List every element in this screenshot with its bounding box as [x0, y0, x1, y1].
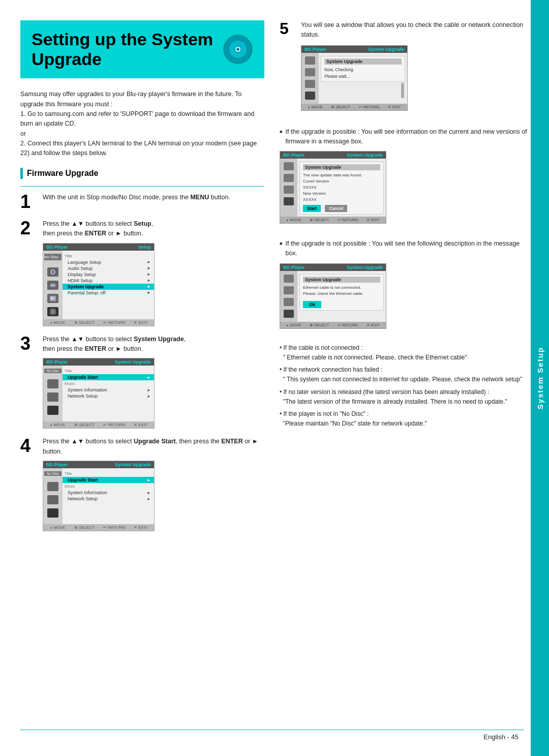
step-4-number: 4	[20, 437, 37, 531]
section-bar	[20, 168, 23, 179]
step-2-number: 2	[20, 219, 37, 326]
su-header-checking: BD Player System Upgrade	[301, 46, 407, 53]
su-inner-title-np: System Upgrade	[303, 277, 380, 283]
su-icon-4	[305, 92, 315, 100]
step-2-text: Press the ▲▼ buttons to select Setup,the…	[43, 219, 264, 239]
menu-upgrade-start-s4: Upgrade Start►	[63, 477, 154, 483]
su-icon-np4	[284, 310, 294, 318]
su-checking-text: Now, CheckingPlease wait...	[324, 67, 402, 80]
menu-parental: Parental Setup: off►	[63, 290, 154, 296]
screen-header-step3: BD Player System Upgrade	[43, 358, 154, 366]
menu-network-s3: Network Setup►	[63, 393, 154, 399]
right-column: 5 You will see a window that allows you …	[280, 20, 529, 725]
sidebar-icon-2	[47, 281, 58, 290]
menu-display: Display Setup►	[63, 271, 154, 278]
intro-text: Samsung may offer upgrades to your Blu-r…	[20, 89, 264, 159]
screen-main-step4: Title Upgrade Start► Music System Inform…	[63, 468, 154, 524]
su-footer-np: ⬥ MOVE ⊕ SELECT ↩ RETURN ✕ EXIT	[280, 322, 386, 328]
svg-point-12	[51, 310, 54, 313]
menu-language: Language Setup►	[63, 259, 154, 265]
disc-icon	[223, 34, 253, 65]
su-body-found: System Upgrade The new update data was f…	[280, 159, 386, 217]
start-button[interactable]: Start	[303, 205, 321, 212]
su-main-np: System Upgrade Ethernet cable is not con…	[297, 271, 386, 322]
sidebar-vertical-label: System Setup	[536, 347, 544, 409]
su-screen-notpossible: BD Player System Upgrade System Upgrade	[280, 263, 386, 329]
cancel-button[interactable]: Cancel	[325, 205, 347, 212]
su-icon-2	[305, 68, 315, 76]
upgrade-possible-text: If the upgrade is possible : You will se…	[285, 127, 529, 146]
icon-s4-1	[47, 482, 58, 491]
sidebar-icon-4	[47, 307, 58, 316]
screen-header-step4: BD Player System Upgrade	[43, 461, 154, 468]
screen-footer-step4: ⬥ MOVE ⊕ SELECT ↩ RETURN ✕ EXIT	[43, 524, 154, 531]
no-disc-step3: No Disc	[44, 369, 62, 373]
svg-rect-6	[50, 284, 55, 287]
bottom-bar: English - 45	[20, 730, 524, 741]
step-1: 1 With the unit in Stop mode/No Disc mod…	[20, 193, 264, 211]
su-inner-title-checking: System Upgrade	[324, 58, 402, 65]
note-latest: • If no later version is released (the l…	[280, 387, 529, 407]
svg-point-5	[52, 271, 54, 273]
upgrade-possible-list: If the upgrade is possible : You will se…	[280, 127, 529, 146]
menu-audio: Audio Setup►	[63, 265, 154, 271]
su-icon-f4	[284, 197, 294, 205]
step-1-number: 1	[20, 193, 37, 211]
screen-sidebar-step2: No Disc	[43, 251, 63, 319]
su-main-found: System Upgrade The new update data was f…	[297, 159, 386, 217]
screen-mockup-step2: BD Player Setup No Disc	[43, 243, 155, 326]
screen-header-step2: BD Player Setup	[43, 244, 154, 251]
note-network-fail: • If the network connection has failed :…	[280, 365, 529, 384]
step-4-content: Press the ▲▼ buttons to select Upgrade S…	[43, 437, 264, 531]
upgrade-not-possible-item: If the upgrade is not possible : You wil…	[280, 239, 529, 258]
step-5-content: You will see a window that allows you to…	[301, 20, 529, 117]
note-cable: • If the cable is not connected : " Ethe…	[280, 343, 529, 362]
step-5: 5 You will see a window that allows you …	[280, 20, 529, 117]
step-2: 2 Press the ▲▼ buttons to select Setup,t…	[20, 219, 264, 326]
menu-sysinfo-s3: System Information►	[63, 387, 154, 393]
no-disc-label: No Disc	[44, 254, 62, 260]
step-5-text: You will see a window that allows you to…	[301, 20, 529, 40]
su-found-buttons: Start Cancel	[303, 205, 380, 212]
su-inner-found: System Upgrade The new update data was f…	[299, 162, 384, 215]
su-sidebar-found	[280, 159, 297, 217]
su-header-found: BD Player System Upgrade	[280, 152, 386, 159]
su-icon-f1	[284, 162, 294, 170]
su-icon-np2	[284, 286, 294, 294]
page-sidebar: System Setup	[531, 0, 549, 756]
no-disc-step4: No Disc	[44, 471, 62, 476]
su-icon-np1	[284, 275, 294, 283]
ok-button[interactable]: Ok	[303, 301, 321, 308]
menu-network-s4: Network Setup►	[63, 496, 154, 502]
su-sidebar-np	[280, 271, 297, 322]
su-icon-3	[305, 80, 315, 88]
sidebar-icon-3	[47, 294, 58, 303]
upgrade-possible-section: If the upgrade is possible : You will se…	[280, 127, 529, 230]
bottom-divider	[20, 730, 524, 730]
upgrade-not-possible-section: If the upgrade is not possible : You wil…	[280, 239, 529, 335]
screen-sidebar-step3: No Disc	[43, 366, 63, 421]
su-icon-1	[305, 56, 315, 65]
step-4-text: Press the ▲▼ buttons to select Upgrade S…	[43, 437, 264, 457]
su-screen-found: BD Player System Upgrade System Upgrade	[280, 151, 386, 224]
step-2-content: Press the ▲▼ buttons to select Setup,the…	[43, 219, 264, 326]
step-3: 3 Press the ▲▼ buttons to select System …	[20, 335, 264, 429]
title-box: Setting up the System Upgrade	[20, 20, 264, 78]
su-body-checking: System Upgrade Now, CheckingPlease wait.…	[301, 53, 407, 104]
left-column: Setting up the System Upgrade Samsung ma…	[20, 20, 264, 725]
su-main-checking: System Upgrade Now, CheckingPlease wait.…	[319, 53, 407, 104]
su-icon-f3	[284, 186, 294, 194]
screen-body-step4: No Disc Title Upgrade Start► Music	[43, 468, 154, 524]
upgrade-not-possible-text: If the upgrade is not possible : You wil…	[285, 239, 529, 258]
step-1-text: With the unit in Stop mode/No Disc mode,…	[43, 193, 264, 202]
icon-s3-3	[47, 406, 58, 415]
page-title: Setting up the System Upgrade	[32, 29, 218, 69]
screen-sidebar-step4: No Disc	[43, 468, 63, 524]
section-divider	[20, 186, 264, 187]
step-3-number: 3	[20, 335, 37, 429]
page-number: English - 45	[20, 733, 524, 741]
sidebar-icon-1	[47, 267, 58, 277]
screen-main-step2: Title Language Setup► Audio Setup► Displ…	[63, 251, 154, 319]
screen-main-step3: Title Upgrade Start► Music System Inform…	[63, 366, 154, 421]
icon-s3-2	[47, 392, 58, 402]
